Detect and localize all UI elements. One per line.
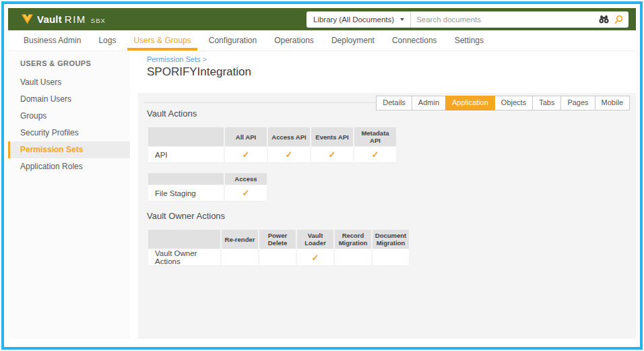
check-icon: ✓ bbox=[354, 147, 396, 163]
sidebar-item-application-roles[interactable]: Application Roles bbox=[8, 158, 130, 175]
check-cell-empty bbox=[373, 249, 409, 266]
nav-item-users-groups[interactable]: Users & Groups bbox=[125, 30, 199, 51]
logo-environment-badge: SBX bbox=[91, 17, 106, 24]
sidebar-item-vault-users[interactable]: Vault Users bbox=[8, 74, 130, 91]
check-icon: ✓ bbox=[225, 147, 267, 163]
permissions-table: Re-renderPower DeleteVault LoaderRecord … bbox=[147, 229, 410, 267]
nav-item-configuration[interactable]: Configuration bbox=[200, 30, 265, 51]
check-cell-empty bbox=[259, 249, 296, 266]
content-panel: DetailsAdminApplicationObjectsTabsPagesM… bbox=[138, 93, 636, 339]
sidebar-heading: USERS & GROUPS bbox=[8, 51, 130, 74]
column-header-empty bbox=[148, 173, 224, 185]
column-header-all-api: All API bbox=[225, 127, 267, 146]
breadcrumb[interactable]: Permission Sets> bbox=[147, 55, 207, 63]
permissions-content: Vault ActionsAll APIAccess APIEvents API… bbox=[147, 108, 627, 276]
vault-logo[interactable]: Vault RIM SBX bbox=[22, 13, 106, 25]
column-header-access: Access bbox=[225, 173, 267, 185]
row-label: API bbox=[148, 147, 224, 163]
column-header-re-render: Re-render bbox=[222, 230, 258, 249]
sidebar-item-groups[interactable]: Groups bbox=[8, 108, 130, 125]
tab-application[interactable]: Application bbox=[445, 96, 495, 110]
column-header-vault-loader: Vault Loader bbox=[297, 230, 333, 249]
veeva-v-icon bbox=[22, 14, 33, 24]
sidebar-item-permission-sets[interactable]: Permission Sets bbox=[8, 141, 130, 158]
chevron-down-icon bbox=[400, 18, 404, 21]
nav-item-settings[interactable]: Settings bbox=[446, 30, 492, 51]
check-cell-empty bbox=[335, 249, 371, 266]
section-heading-vault-owner-actions: Vault Owner Actions bbox=[147, 211, 627, 221]
table-row: Vault Owner Actions✓ bbox=[148, 249, 409, 266]
column-header-events-api: Events API bbox=[311, 127, 353, 146]
nav-item-operations[interactable]: Operations bbox=[265, 30, 323, 51]
header-bar: Vault RIM SBX Library (All Documents) bbox=[8, 8, 636, 30]
column-header-access-api: Access API bbox=[268, 127, 310, 146]
check-icon: ✓ bbox=[268, 147, 310, 163]
search-bar: Library (All Documents) bbox=[307, 11, 629, 28]
advanced-search-icon[interactable] bbox=[596, 11, 611, 28]
sidebar-item-domain-users[interactable]: Domain Users bbox=[8, 91, 130, 108]
sidebar: USERS & GROUPS Vault UsersDomain UsersGr… bbox=[8, 51, 130, 339]
sidebar-item-security-profiles[interactable]: Security Profiles bbox=[8, 125, 130, 141]
search-icon[interactable] bbox=[611, 11, 626, 28]
logo-brand-text: Vault bbox=[37, 13, 62, 25]
search-scope-label: Library (All Documents) bbox=[313, 15, 394, 24]
table-row: API✓✓✓✓ bbox=[148, 147, 396, 163]
table-row: File Staging✓ bbox=[148, 185, 267, 201]
nav-item-logs[interactable]: Logs bbox=[90, 30, 125, 51]
check-icon: ✓ bbox=[297, 249, 333, 266]
check-icon: ✓ bbox=[311, 147, 353, 163]
page-title: SPORIFYIntegration bbox=[147, 65, 251, 79]
column-header-document-migration: Document Migration bbox=[373, 230, 409, 249]
nav-item-deployment[interactable]: Deployment bbox=[323, 30, 383, 51]
nav-item-business-admin[interactable]: Business Admin bbox=[15, 30, 90, 51]
app-window: Vault RIM SBX Library (All Documents) bbox=[0, 0, 644, 351]
check-cell-empty bbox=[222, 249, 258, 266]
column-header-empty bbox=[148, 127, 224, 146]
column-header-power-delete: Power Delete bbox=[259, 230, 296, 249]
row-label: Vault Owner Actions bbox=[148, 249, 220, 266]
row-label: File Staging bbox=[148, 185, 224, 201]
permissions-table: All APIAccess APIEvents APIMetadata APIA… bbox=[147, 127, 397, 164]
search-scope-dropdown[interactable]: Library (All Documents) bbox=[307, 11, 411, 28]
column-header-empty bbox=[148, 230, 220, 249]
check-icon: ✓ bbox=[225, 185, 267, 201]
section-heading-vault-actions: Vault Actions bbox=[147, 108, 627, 119]
nav-item-connections[interactable]: Connections bbox=[383, 30, 446, 51]
logo-product-text: RIM bbox=[65, 13, 86, 25]
column-header-metadata-api: Metadata API bbox=[354, 127, 396, 146]
search-input[interactable] bbox=[411, 13, 596, 26]
primary-nav: Business AdminLogsUsers & GroupsConfigur… bbox=[8, 30, 636, 51]
breadcrumb-area: Permission Sets> SPORIFYIntegration bbox=[138, 51, 636, 93]
column-header-record-migration: Record Migration bbox=[335, 230, 371, 249]
breadcrumb-separator: > bbox=[202, 55, 206, 63]
permissions-table: AccessFile Staging✓ bbox=[147, 172, 268, 202]
